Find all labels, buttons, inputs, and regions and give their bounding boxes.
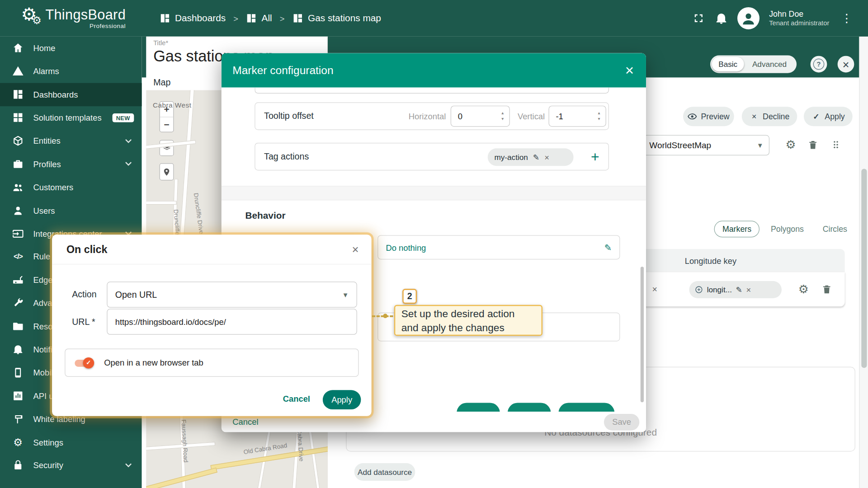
url-input[interactable] (115, 317, 349, 327)
sidebar-item-customers[interactable]: Customers (0, 176, 142, 199)
sidebar-item-alarms[interactable]: Alarms (0, 60, 142, 83)
sidebar-item-profiles[interactable]: Profiles (0, 152, 142, 175)
sidebar-item-security[interactable]: Security (0, 454, 142, 477)
map-road (146, 201, 176, 205)
sidebar-item-users[interactable]: Users (0, 199, 142, 222)
stepper-down-icon[interactable]: ▼ (501, 117, 505, 121)
page-scrollbar[interactable] (859, 37, 868, 488)
on-click-cancel-button[interactable]: Cancel (283, 394, 310, 404)
sidebar-item-entities[interactable]: Entities (0, 129, 142, 152)
remove-key-icon[interactable]: × (652, 285, 657, 294)
save-button[interactable]: Save (604, 413, 639, 430)
tab-circles[interactable]: Circles (815, 221, 855, 238)
thingsboard-logo[interactable]: ⚙⚙ ThingsBoard Professional (21, 6, 126, 30)
tutorial-text-line2: and apply the changes (401, 321, 535, 335)
delete-layer-icon[interactable] (808, 140, 818, 150)
add-tag-action-icon[interactable]: + (586, 148, 604, 165)
scrollbar-thumb[interactable] (861, 169, 867, 368)
action-select[interactable]: Open URL ▼ (107, 282, 357, 308)
top-bar: ⚙⚙ ThingsBoard Professional Dashboards>A… (0, 0, 868, 37)
thingsboard-logo-icon: ⚙⚙ (21, 6, 46, 30)
mode-toggle: Basic Advanced (710, 55, 797, 73)
delete-key-icon[interactable] (821, 284, 832, 295)
users-icon (12, 205, 24, 216)
button-label: Preview (701, 112, 729, 121)
breadcrumb-item-gas-stations-map[interactable]: Gas stations map (292, 13, 381, 23)
map-settings-gear-icon[interactable]: ⚙ (786, 138, 796, 151)
tutorial-connector-dot (383, 314, 387, 318)
chevron-down-icon (125, 461, 132, 467)
horizontal-value: 0 (451, 112, 496, 121)
preview-button[interactable]: Preview (683, 107, 734, 126)
clipped-button[interactable] (508, 403, 551, 412)
notifications-bell-icon[interactable] (715, 12, 728, 25)
tag-action-chip[interactable]: my-action ✎ × (488, 148, 574, 166)
decline-button[interactable]: ×Decline (742, 107, 797, 126)
mode-basic-button[interactable]: Basic (712, 57, 744, 71)
help-button[interactable]: ? (811, 56, 827, 73)
stepper-up-icon[interactable]: ▲ (501, 111, 505, 116)
breadcrumb-item-dashboards[interactable]: Dashboards (160, 13, 226, 23)
breadcrumb-separator: > (233, 14, 238, 23)
tab-polygons[interactable]: Polygons (763, 221, 811, 238)
help-icon: ? (813, 59, 824, 70)
sidebar-item-home[interactable]: Home (0, 37, 142, 60)
chevron-down-icon (125, 160, 132, 166)
sidebar-item-label: Security (33, 460, 63, 470)
key-settings-gear-icon[interactable]: ⚙ (798, 283, 809, 296)
profiles-icon (12, 158, 24, 170)
user-info: John Doe Tenant administrator (769, 9, 829, 28)
remove-action-icon[interactable]: × (544, 153, 549, 161)
user-name: John Doe (769, 9, 829, 19)
map-provider-select[interactable]: WorldStreetMap ▼ (637, 135, 769, 155)
eye-icon (688, 112, 697, 121)
remove-chip-icon[interactable]: × (746, 285, 751, 293)
close-icon: × (750, 112, 759, 121)
tooltip-offset-row: Tooltip offset Horizontal 0 ▲▼ Vertical … (255, 103, 609, 130)
tooltip-offset-label: Tooltip offset (264, 111, 314, 121)
map-provider-value: WorldStreetMap (649, 140, 757, 150)
stepper-down-icon[interactable]: ▼ (597, 117, 601, 121)
street-label: Druncliffe Drive (193, 192, 205, 235)
edit-action-icon[interactable]: ✎ (533, 153, 539, 161)
horizontal-stepper[interactable]: 0 ▲▼ (451, 106, 510, 127)
close-editor-button[interactable]: × (838, 56, 854, 73)
sidebar-item-settings[interactable]: ⚙Settings (0, 431, 142, 454)
security-icon (12, 460, 24, 471)
integrations-icon (12, 228, 24, 239)
home-icon (12, 42, 24, 54)
tag-actions-row: Tag actions my-action ✎ × + (255, 143, 609, 170)
add-datasource-button[interactable]: Add datasource (354, 463, 415, 481)
close-on-click-icon[interactable]: × (352, 244, 359, 255)
fullscreen-icon[interactable] (692, 12, 705, 25)
dashboards-icon (246, 13, 257, 23)
close-dialog-icon[interactable]: × (625, 63, 634, 78)
marker-tool-button[interactable] (160, 163, 174, 180)
tab-markers[interactable]: Markers (714, 221, 760, 238)
mode-advanced-button[interactable]: Advanced (744, 60, 795, 69)
sidebar-item-solution-templates[interactable]: Solution templatesNEW (0, 106, 142, 129)
clipped-button[interactable] (457, 403, 500, 412)
alarms-icon (12, 66, 24, 77)
edit-key-icon[interactable]: ✎ (736, 286, 742, 293)
clipped-button[interactable] (559, 403, 615, 412)
settings-icon: ⚙ (12, 436, 24, 448)
cancel-button[interactable]: Cancel (232, 417, 258, 427)
vertical-stepper[interactable]: -1 ▲▼ (548, 106, 606, 127)
longitude-key-chip[interactable]: longit... ✎ × (689, 281, 781, 298)
more-vertical-icon[interactable]: ⋮ (839, 12, 855, 25)
open-new-tab-toggle[interactable]: ✓ (74, 357, 94, 368)
dialog-scrollbar-thumb[interactable] (641, 267, 644, 402)
on-click-apply-button[interactable]: Apply (323, 390, 361, 409)
stepper-up-icon[interactable]: ▲ (597, 111, 601, 116)
advanced-icon (12, 297, 24, 309)
click-action-selector[interactable]: Do nothing ✎ (377, 235, 620, 259)
sidebar-item-label: Profiles (33, 160, 61, 169)
drag-handle-icon[interactable] (830, 139, 841, 150)
apply-button[interactable]: ✓Apply (804, 107, 853, 126)
app: ⚙⚙ ThingsBoard Professional Dashboards>A… (0, 0, 868, 488)
zoom-out-button[interactable]: − (160, 117, 173, 132)
breadcrumb-item-all[interactable]: All (246, 13, 272, 23)
sidebar-item-dashboards[interactable]: Dashboards (0, 83, 142, 106)
avatar[interactable] (737, 7, 760, 29)
